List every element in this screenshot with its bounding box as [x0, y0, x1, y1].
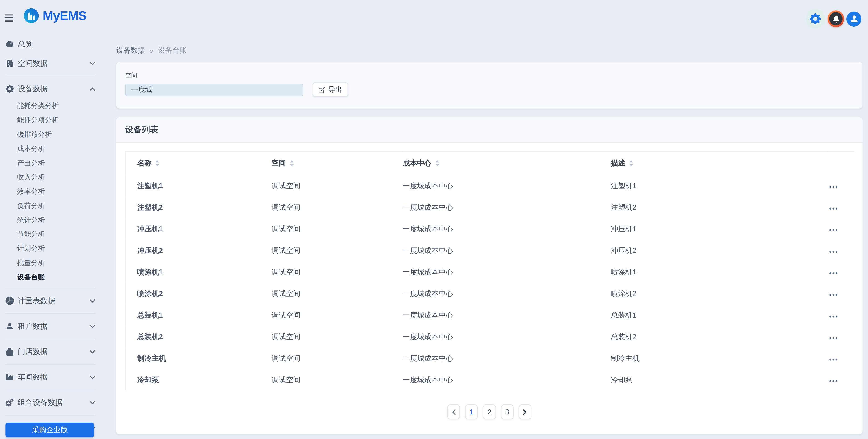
chevron-left-icon: [452, 409, 456, 415]
cell-name: 总装机2: [125, 326, 272, 347]
sidebar-item-shopfloor-data[interactable]: 车间数据: [0, 368, 100, 387]
chevron-down-icon: [90, 62, 95, 65]
row-actions-button[interactable]: [828, 183, 838, 190]
sort-icon: [629, 160, 633, 166]
cell-name: 喷涂机1: [125, 261, 272, 283]
sidebar-item-space-data[interactable]: 空间数据: [0, 54, 100, 73]
ellipsis-icon: [829, 229, 837, 231]
pagination-page-button[interactable]: 3: [501, 405, 514, 419]
chevron-down-icon: [90, 375, 95, 379]
cell-space: 调试空间: [272, 369, 403, 391]
notifications-button[interactable]: [828, 10, 844, 27]
breadcrumb-parent[interactable]: 设备数据: [116, 45, 145, 56]
sidebar-subitem[interactable]: 统计分析: [0, 213, 100, 228]
sidebar-item-store-data[interactable]: 门店数据: [0, 342, 100, 361]
export-button[interactable]: 导出: [313, 82, 348, 97]
sidebar-divider: [5, 76, 96, 76]
cell-space: 调试空间: [272, 283, 403, 304]
cell-description: 制冷主机: [611, 347, 828, 369]
row-actions-button[interactable]: [828, 248, 838, 255]
table-row[interactable]: 总装机2 调试空间 一度城成本中心 总装机2: [125, 326, 854, 347]
cell-cost-center: 一度城成本中心: [403, 261, 611, 283]
gear-icon: [5, 85, 14, 93]
sidebar-subitem[interactable]: 批量分析: [0, 256, 100, 270]
table-row[interactable]: 注塑机1 调试空间 一度城成本中心 注塑机1: [125, 175, 854, 196]
sidebar-subitem[interactable]: 收入分析: [0, 170, 100, 185]
cell-space: 调试空间: [272, 326, 403, 347]
ellipsis-icon: [829, 358, 837, 361]
cell-cost-center: 一度城成本中心: [403, 196, 611, 218]
cell-description: 喷涂机2: [611, 283, 828, 304]
settings-button[interactable]: [806, 9, 826, 29]
sidebar-item-dashboard[interactable]: 总览: [0, 34, 100, 54]
row-actions-button[interactable]: [828, 378, 838, 384]
sidebar-subitem[interactable]: 效率分析: [0, 184, 100, 199]
menu-toggle-button[interactable]: [4, 14, 13, 21]
sidebar-subitem[interactable]: 碳排放分析: [0, 128, 100, 142]
sidebar-subitem[interactable]: 负荷分析: [0, 199, 100, 213]
user-avatar-button[interactable]: [846, 11, 861, 26]
table-row[interactable]: 喷涂机2 调试空间 一度城成本中心 喷涂机2: [125, 283, 854, 304]
ellipsis-icon: [829, 250, 837, 252]
cell-cost-center: 一度城成本中心: [403, 175, 611, 196]
sidebar-subitem[interactable]: 成本分析: [0, 142, 100, 156]
sidebar-subitem[interactable]: 计划分析: [0, 242, 100, 256]
sidebar-item-combined-equipment-data[interactable]: 组合设备数据: [0, 393, 100, 412]
cell-name: 注塑机2: [125, 196, 272, 218]
sidebar-subitem[interactable]: 能耗分项分析: [0, 113, 100, 128]
pagination-prev-button[interactable]: [447, 405, 460, 419]
sidebar-subitem[interactable]: 能耗分类分析: [0, 99, 100, 113]
ellipsis-icon: [829, 337, 837, 339]
ellipsis-icon: [829, 207, 837, 209]
table-row[interactable]: 冲压机1 调试空间 一度城成本中心 冲压机1: [125, 218, 854, 239]
main-content: 设备数据 » 设备台账 空间 导出 设备列表: [116, 45, 863, 439]
row-actions-button[interactable]: [828, 205, 838, 211]
sidebar-subitem[interactable]: 产出分析: [0, 156, 100, 170]
sidebar-item-tenant-data[interactable]: 租户数据: [0, 317, 100, 336]
gears-icon: [5, 398, 14, 407]
table-row[interactable]: 总装机1 调试空间 一度城成本中心 总装机1: [125, 304, 854, 326]
device-submenu: 能耗分类分析能耗分项分析碳排放分析成本分析产出分析收入分析效率分析负荷分析统计分…: [0, 99, 100, 284]
cell-description: 冲压机2: [611, 239, 828, 261]
cell-space: 调试空间: [272, 239, 403, 261]
row-actions-button[interactable]: [828, 334, 838, 341]
row-actions-button[interactable]: [828, 291, 838, 298]
space-input[interactable]: [125, 83, 303, 96]
brand-logo-icon: [24, 8, 39, 23]
table-row[interactable]: 冷却泵 调试空间 一度城成本中心 冷却泵: [125, 369, 854, 391]
row-actions-button[interactable]: [828, 270, 838, 276]
myems-app: MyEMS 总览 空间数据 设备数据 能耗分类: [0, 0, 868, 439]
sidebar-subitem[interactable]: 节能分析: [0, 228, 100, 242]
brand-name: MyEMS: [43, 8, 87, 23]
ellipsis-icon: [829, 315, 837, 317]
pagination-page-button[interactable]: 1: [465, 405, 478, 419]
cell-name: 冷却泵: [125, 369, 272, 391]
cell-description: 冷却泵: [611, 369, 828, 391]
column-header-name[interactable]: 名称: [137, 158, 160, 168]
cell-space: 调试空间: [272, 175, 403, 196]
pagination-page-button[interactable]: 2: [483, 405, 496, 419]
column-header-space[interactable]: 空间: [272, 158, 294, 168]
table-row[interactable]: 制冷主机 调试空间 一度城成本中心 制冷主机: [125, 347, 854, 369]
device-list-title: 设备列表: [125, 124, 158, 134]
cell-space: 调试空间: [272, 347, 403, 369]
ellipsis-icon: [829, 380, 837, 382]
sidebar-item-meter-data[interactable]: 计量表数据: [0, 291, 100, 310]
cell-name: 总装机1: [125, 304, 272, 326]
table-row[interactable]: 注塑机2 调试空间 一度城成本中心 注塑机2: [125, 196, 854, 218]
row-actions-button[interactable]: [828, 356, 838, 363]
pagination-next-button[interactable]: [519, 405, 531, 419]
column-header-description[interactable]: 描述: [611, 158, 633, 168]
column-header-cost-center[interactable]: 成本中心: [403, 158, 439, 168]
row-actions-button[interactable]: [828, 313, 838, 319]
buy-enterprise-button[interactable]: 采购企业版: [5, 423, 94, 437]
hamburger-icon: [4, 14, 13, 15]
sidebar-subitem[interactable]: 设备台账: [0, 270, 100, 284]
cell-space: 调试空间: [272, 304, 403, 326]
ellipsis-icon: [829, 186, 837, 188]
row-actions-button[interactable]: [828, 227, 838, 233]
table-row[interactable]: 喷涂机1 调试空间 一度城成本中心 喷涂机1: [125, 261, 854, 283]
sidebar-item-equipment-data[interactable]: 设备数据: [0, 79, 100, 99]
table-row[interactable]: 冲压机2 调试空间 一度城成本中心 冲压机2: [125, 239, 854, 261]
brand-logo[interactable]: MyEMS: [24, 8, 87, 23]
